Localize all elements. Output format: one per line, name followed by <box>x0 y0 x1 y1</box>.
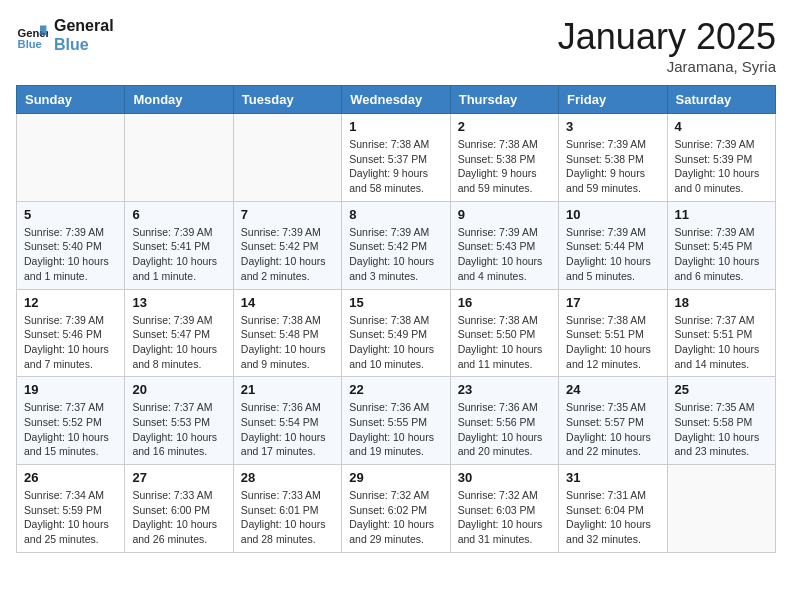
day-info: Sunrise: 7:34 AM Sunset: 5:59 PM Dayligh… <box>24 488 117 547</box>
calendar-cell: 16Sunrise: 7:38 AM Sunset: 5:50 PM Dayli… <box>450 289 558 377</box>
day-info: Sunrise: 7:39 AM Sunset: 5:47 PM Dayligh… <box>132 313 225 372</box>
day-number: 19 <box>24 382 117 397</box>
day-info: Sunrise: 7:35 AM Sunset: 5:58 PM Dayligh… <box>675 400 768 459</box>
day-number: 8 <box>349 207 442 222</box>
day-number: 30 <box>458 470 551 485</box>
calendar-cell: 17Sunrise: 7:38 AM Sunset: 5:51 PM Dayli… <box>559 289 667 377</box>
calendar-cell: 20Sunrise: 7:37 AM Sunset: 5:53 PM Dayli… <box>125 377 233 465</box>
day-number: 26 <box>24 470 117 485</box>
weekday-header-tuesday: Tuesday <box>233 86 341 114</box>
day-info: Sunrise: 7:31 AM Sunset: 6:04 PM Dayligh… <box>566 488 659 547</box>
calendar-cell: 15Sunrise: 7:38 AM Sunset: 5:49 PM Dayli… <box>342 289 450 377</box>
calendar-cell: 28Sunrise: 7:33 AM Sunset: 6:01 PM Dayli… <box>233 465 341 553</box>
day-number: 21 <box>241 382 334 397</box>
calendar-cell: 26Sunrise: 7:34 AM Sunset: 5:59 PM Dayli… <box>17 465 125 553</box>
day-number: 14 <box>241 295 334 310</box>
day-info: Sunrise: 7:39 AM Sunset: 5:46 PM Dayligh… <box>24 313 117 372</box>
day-number: 24 <box>566 382 659 397</box>
day-number: 27 <box>132 470 225 485</box>
title-block: January 2025 Jaramana, Syria <box>558 16 776 75</box>
day-number: 13 <box>132 295 225 310</box>
day-number: 12 <box>24 295 117 310</box>
calendar-cell: 10Sunrise: 7:39 AM Sunset: 5:44 PM Dayli… <box>559 201 667 289</box>
calendar-cell: 2Sunrise: 7:38 AM Sunset: 5:38 PM Daylig… <box>450 114 558 202</box>
calendar-cell <box>17 114 125 202</box>
day-number: 9 <box>458 207 551 222</box>
day-number: 5 <box>24 207 117 222</box>
day-number: 28 <box>241 470 334 485</box>
week-row-4: 19Sunrise: 7:37 AM Sunset: 5:52 PM Dayli… <box>17 377 776 465</box>
day-info: Sunrise: 7:37 AM Sunset: 5:51 PM Dayligh… <box>675 313 768 372</box>
calendar-cell: 22Sunrise: 7:36 AM Sunset: 5:55 PM Dayli… <box>342 377 450 465</box>
day-number: 31 <box>566 470 659 485</box>
day-info: Sunrise: 7:39 AM Sunset: 5:44 PM Dayligh… <box>566 225 659 284</box>
calendar-cell: 24Sunrise: 7:35 AM Sunset: 5:57 PM Dayli… <box>559 377 667 465</box>
day-number: 18 <box>675 295 768 310</box>
calendar-cell: 13Sunrise: 7:39 AM Sunset: 5:47 PM Dayli… <box>125 289 233 377</box>
logo-icon: General Blue <box>16 19 48 51</box>
day-number: 6 <box>132 207 225 222</box>
calendar-cell: 11Sunrise: 7:39 AM Sunset: 5:45 PM Dayli… <box>667 201 775 289</box>
day-info: Sunrise: 7:32 AM Sunset: 6:02 PM Dayligh… <box>349 488 442 547</box>
calendar-cell: 18Sunrise: 7:37 AM Sunset: 5:51 PM Dayli… <box>667 289 775 377</box>
svg-text:Blue: Blue <box>18 38 42 50</box>
day-number: 17 <box>566 295 659 310</box>
day-number: 23 <box>458 382 551 397</box>
calendar-cell: 6Sunrise: 7:39 AM Sunset: 5:41 PM Daylig… <box>125 201 233 289</box>
day-number: 22 <box>349 382 442 397</box>
day-info: Sunrise: 7:33 AM Sunset: 6:01 PM Dayligh… <box>241 488 334 547</box>
calendar-cell: 21Sunrise: 7:36 AM Sunset: 5:54 PM Dayli… <box>233 377 341 465</box>
calendar-cell: 19Sunrise: 7:37 AM Sunset: 5:52 PM Dayli… <box>17 377 125 465</box>
day-info: Sunrise: 7:39 AM Sunset: 5:41 PM Dayligh… <box>132 225 225 284</box>
day-number: 3 <box>566 119 659 134</box>
day-info: Sunrise: 7:38 AM Sunset: 5:48 PM Dayligh… <box>241 313 334 372</box>
weekday-header-friday: Friday <box>559 86 667 114</box>
day-info: Sunrise: 7:39 AM Sunset: 5:40 PM Dayligh… <box>24 225 117 284</box>
logo-general: General <box>54 16 114 35</box>
day-info: Sunrise: 7:38 AM Sunset: 5:50 PM Dayligh… <box>458 313 551 372</box>
calendar-cell: 9Sunrise: 7:39 AM Sunset: 5:43 PM Daylig… <box>450 201 558 289</box>
day-number: 29 <box>349 470 442 485</box>
day-info: Sunrise: 7:39 AM Sunset: 5:39 PM Dayligh… <box>675 137 768 196</box>
calendar-cell: 7Sunrise: 7:39 AM Sunset: 5:42 PM Daylig… <box>233 201 341 289</box>
day-info: Sunrise: 7:38 AM Sunset: 5:51 PM Dayligh… <box>566 313 659 372</box>
day-info: Sunrise: 7:35 AM Sunset: 5:57 PM Dayligh… <box>566 400 659 459</box>
calendar-cell: 27Sunrise: 7:33 AM Sunset: 6:00 PM Dayli… <box>125 465 233 553</box>
calendar-cell <box>125 114 233 202</box>
weekday-header-monday: Monday <box>125 86 233 114</box>
day-number: 4 <box>675 119 768 134</box>
day-info: Sunrise: 7:39 AM Sunset: 5:42 PM Dayligh… <box>241 225 334 284</box>
calendar-cell: 4Sunrise: 7:39 AM Sunset: 5:39 PM Daylig… <box>667 114 775 202</box>
day-number: 10 <box>566 207 659 222</box>
calendar-cell: 25Sunrise: 7:35 AM Sunset: 5:58 PM Dayli… <box>667 377 775 465</box>
day-number: 25 <box>675 382 768 397</box>
month-title: January 2025 <box>558 16 776 58</box>
location: Jaramana, Syria <box>558 58 776 75</box>
week-row-5: 26Sunrise: 7:34 AM Sunset: 5:59 PM Dayli… <box>17 465 776 553</box>
day-info: Sunrise: 7:33 AM Sunset: 6:00 PM Dayligh… <box>132 488 225 547</box>
calendar-cell: 12Sunrise: 7:39 AM Sunset: 5:46 PM Dayli… <box>17 289 125 377</box>
day-info: Sunrise: 7:36 AM Sunset: 5:56 PM Dayligh… <box>458 400 551 459</box>
calendar-cell <box>233 114 341 202</box>
calendar-cell: 14Sunrise: 7:38 AM Sunset: 5:48 PM Dayli… <box>233 289 341 377</box>
weekday-header-row: SundayMondayTuesdayWednesdayThursdayFrid… <box>17 86 776 114</box>
calendar-cell: 30Sunrise: 7:32 AM Sunset: 6:03 PM Dayli… <box>450 465 558 553</box>
calendar-cell: 23Sunrise: 7:36 AM Sunset: 5:56 PM Dayli… <box>450 377 558 465</box>
day-number: 20 <box>132 382 225 397</box>
day-info: Sunrise: 7:38 AM Sunset: 5:49 PM Dayligh… <box>349 313 442 372</box>
day-number: 1 <box>349 119 442 134</box>
day-info: Sunrise: 7:39 AM Sunset: 5:42 PM Dayligh… <box>349 225 442 284</box>
day-number: 7 <box>241 207 334 222</box>
logo: General Blue General Blue <box>16 16 114 54</box>
calendar-cell <box>667 465 775 553</box>
week-row-2: 5Sunrise: 7:39 AM Sunset: 5:40 PM Daylig… <box>17 201 776 289</box>
day-number: 2 <box>458 119 551 134</box>
day-info: Sunrise: 7:32 AM Sunset: 6:03 PM Dayligh… <box>458 488 551 547</box>
weekday-header-thursday: Thursday <box>450 86 558 114</box>
calendar-cell: 8Sunrise: 7:39 AM Sunset: 5:42 PM Daylig… <box>342 201 450 289</box>
weekday-header-saturday: Saturday <box>667 86 775 114</box>
calendar-cell: 5Sunrise: 7:39 AM Sunset: 5:40 PM Daylig… <box>17 201 125 289</box>
calendar-cell: 31Sunrise: 7:31 AM Sunset: 6:04 PM Dayli… <box>559 465 667 553</box>
day-info: Sunrise: 7:36 AM Sunset: 5:55 PM Dayligh… <box>349 400 442 459</box>
day-info: Sunrise: 7:39 AM Sunset: 5:45 PM Dayligh… <box>675 225 768 284</box>
